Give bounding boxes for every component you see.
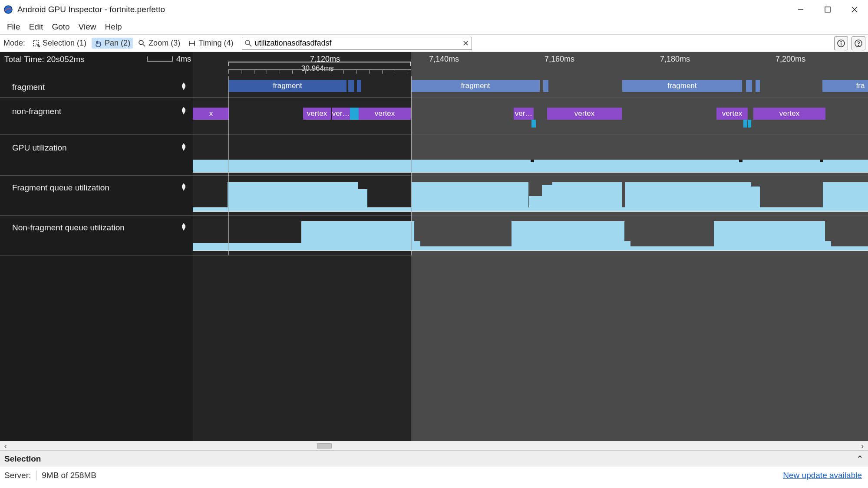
svg-rect-3 xyxy=(825,7,830,12)
toolbar: Mode: Selection (1) Pan (2) Zoom (3) Tim… xyxy=(0,35,868,52)
maximize-button[interactable] xyxy=(814,0,841,19)
vertex-slice[interactable] xyxy=(748,120,751,128)
fragment-slice[interactable] xyxy=(357,80,361,92)
status-bar: Server: 9MB of 258MB New update availabl… xyxy=(0,467,868,483)
info-button[interactable] xyxy=(834,36,848,50)
menu-goto[interactable]: Goto xyxy=(47,20,74,33)
update-link[interactable]: New update available xyxy=(783,471,862,480)
selection-tick: 7,120ms xyxy=(310,55,340,64)
track-label-nonfragment: non-fragment xyxy=(12,107,61,116)
tick-7180: 7,180ms xyxy=(660,55,690,64)
vertex-slice[interactable]: ver… xyxy=(332,108,350,120)
status-server-label: Server: xyxy=(4,471,31,480)
fragment-slice[interactable]: fragment xyxy=(228,80,347,92)
track-label-fragment: fragment xyxy=(12,82,45,92)
menu-view[interactable]: View xyxy=(74,20,101,33)
search-box[interactable]: ✕ xyxy=(242,37,472,50)
fragment-slice[interactable]: fragment xyxy=(622,80,742,92)
fragment-slice[interactable] xyxy=(543,80,548,92)
vertex-slice[interactable]: vertex xyxy=(359,108,411,120)
mode-pan-label: Pan (2) xyxy=(105,39,130,48)
vertex-slice[interactable]: vertex xyxy=(303,108,331,120)
mode-label: Mode: xyxy=(3,39,25,48)
total-time-label: Total Time: 20s052ms xyxy=(4,55,85,64)
menu-edit[interactable]: Edit xyxy=(25,20,48,33)
vertex-slice[interactable]: vertex xyxy=(753,108,825,120)
track-nonfragment[interactable]: non-fragment xyxy=(0,102,193,130)
scroll-left-icon[interactable]: ‹ xyxy=(2,442,10,450)
pin-icon[interactable] xyxy=(181,223,187,233)
scale-label: 4ms xyxy=(176,55,191,64)
vertex-slice[interactable]: vertex xyxy=(547,108,622,120)
pin-icon[interactable] xyxy=(181,82,187,92)
horizontal-scrollbar[interactable]: ‹ › xyxy=(0,441,868,450)
mode-timing-label: Timing (4) xyxy=(198,39,233,48)
fragment-slice[interactable] xyxy=(756,80,760,92)
scroll-thumb[interactable] xyxy=(317,443,332,449)
mode-selection-label: Selection (1) xyxy=(43,39,86,48)
chevron-up-icon[interactable]: ⌃ xyxy=(856,454,864,464)
selection-panel[interactable]: Selection ⌃ xyxy=(0,450,868,467)
mode-pan[interactable]: Pan (2) xyxy=(92,38,133,49)
svg-line-13 xyxy=(249,44,251,46)
vertex-slice[interactable] xyxy=(743,120,747,128)
fragment-slice[interactable]: fragment xyxy=(411,80,540,92)
fragment-slice[interactable] xyxy=(348,80,354,92)
vertex-slice[interactable] xyxy=(531,120,536,128)
track-frag-q[interactable]: Fragment queue utilization xyxy=(0,179,193,215)
svg-point-18 xyxy=(858,45,859,46)
selection-panel-title: Selection xyxy=(4,454,41,464)
tick-7200: 7,200ms xyxy=(776,55,805,64)
time-ruler[interactable]: Total Time: 20s052ms 4ms 30.964ms 7,120m… xyxy=(0,52,868,76)
track-label-gpu-util: GPU utilization xyxy=(12,143,67,153)
trace-viewport[interactable]: Total Time: 20s052ms 4ms 30.964ms 7,120m… xyxy=(0,52,868,441)
close-button[interactable] xyxy=(841,0,868,19)
fragment-slice[interactable] xyxy=(746,80,752,92)
svg-point-16 xyxy=(841,41,842,42)
svg-point-7 xyxy=(139,40,143,45)
title-bar: Android GPU Inspector - fortnite.perfett… xyxy=(0,0,868,19)
app-icon xyxy=(3,5,13,14)
search-input[interactable] xyxy=(254,37,459,49)
track-label-frag-q: Fragment queue utilization xyxy=(12,183,109,193)
vertex-slice[interactable]: ver… xyxy=(514,108,534,120)
track-gpu-util[interactable]: GPU utilization xyxy=(0,139,193,175)
mode-zoom[interactable]: Zoom (3) xyxy=(135,38,183,49)
scroll-right-icon[interactable]: › xyxy=(858,442,866,450)
tick-7140: 7,140ms xyxy=(429,55,459,64)
vertex-slice[interactable]: x xyxy=(193,108,229,120)
search-icon xyxy=(242,40,254,47)
mode-timing[interactable]: Timing (4) xyxy=(185,38,236,49)
menu-help[interactable]: Help xyxy=(100,20,126,33)
vertex-slice[interactable] xyxy=(350,108,359,120)
track-nonfrag-q[interactable]: Non-fragment queue utilization xyxy=(0,219,193,255)
fragment-slice[interactable]: fra xyxy=(822,80,868,92)
tick-7160: 7,160ms xyxy=(545,55,574,64)
window-title: Android GPU Inspector - fortnite.perfett… xyxy=(17,5,165,14)
mode-selection[interactable]: Selection (1) xyxy=(30,38,89,49)
vertex-slice[interactable]: vertex xyxy=(716,108,748,120)
menu-file[interactable]: File xyxy=(3,20,25,33)
track-fragment[interactable]: fragment xyxy=(0,78,193,95)
help-button[interactable] xyxy=(851,36,865,50)
track-label-nonfrag-q: Non-fragment queue utilization xyxy=(12,223,125,233)
pin-icon[interactable] xyxy=(181,183,187,193)
svg-line-8 xyxy=(143,44,145,46)
pin-icon[interactable] xyxy=(181,143,187,153)
menu-bar: File Edit Goto View Help xyxy=(0,19,868,35)
mode-zoom-label: Zoom (3) xyxy=(149,39,180,48)
minimize-button[interactable] xyxy=(787,0,814,19)
clear-search-icon[interactable]: ✕ xyxy=(459,39,472,48)
status-memory: 9MB of 258MB xyxy=(42,471,96,480)
pin-icon[interactable] xyxy=(181,107,187,117)
svg-point-12 xyxy=(245,40,250,45)
